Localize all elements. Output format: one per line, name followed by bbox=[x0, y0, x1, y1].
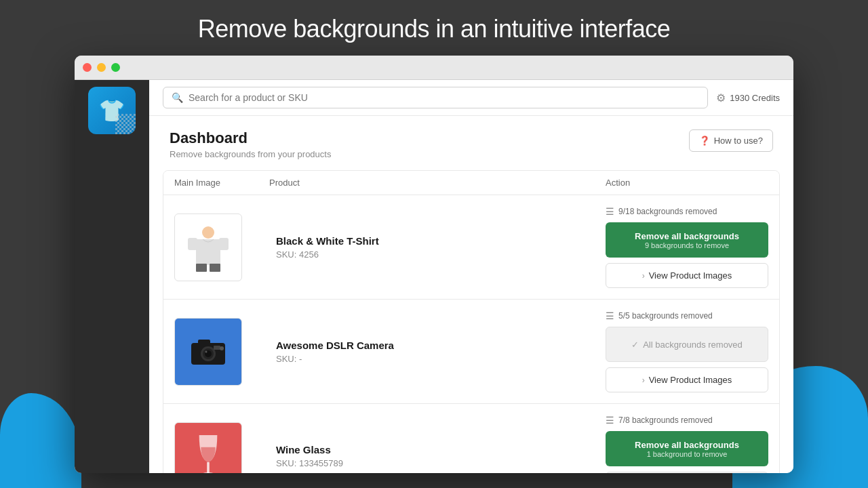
remove-bg-main-text: Remove all backgrounds bbox=[635, 231, 739, 241]
product-info-wineglass: Wine Glass SKU: 133455789 bbox=[269, 444, 606, 468]
view-images-label: View Product Images bbox=[649, 270, 732, 281]
bg-count-label: 9/18 backgrounds removed bbox=[618, 207, 717, 216]
svg-point-11 bbox=[205, 350, 208, 352]
action-column-camera: ☰ 5/5 backgrounds removed ✓ All backgrou… bbox=[606, 310, 768, 392]
svg-rect-5 bbox=[210, 264, 220, 272]
dashboard-title-block: Dashboard Remove backgrounds from your p… bbox=[170, 129, 331, 159]
checkerboard-overlay bbox=[115, 114, 136, 134]
view-images-label: View Product Images bbox=[649, 375, 732, 385]
svg-point-3 bbox=[202, 226, 214, 239]
product-name: Awesome DSLR Camera bbox=[276, 340, 606, 351]
product-table: Main Image Product Action bbox=[163, 170, 780, 473]
svg-point-15 bbox=[201, 472, 215, 474]
minimize-button[interactable] bbox=[97, 63, 106, 72]
view-images-button[interactable]: › View Product Images bbox=[606, 263, 768, 288]
col-main-image: Main Image bbox=[174, 178, 269, 188]
product-info-tshirt: Black & White T-Shirt SKU: 4256 bbox=[269, 235, 606, 260]
product-image-tshirt bbox=[174, 214, 242, 281]
credits-label: 1930 Credits bbox=[730, 93, 780, 103]
page-title: Remove backgrounds in an intuitive inter… bbox=[198, 15, 670, 43]
wineglass-svg bbox=[191, 429, 225, 474]
svg-rect-4 bbox=[196, 264, 207, 272]
svg-point-13 bbox=[220, 346, 224, 350]
remove-bg-main-text: Remove all backgrounds bbox=[635, 440, 739, 450]
col-product: Product bbox=[269, 178, 606, 188]
bg-count: ☰ 5/5 backgrounds removed bbox=[606, 310, 768, 321]
table-row: Black & White T-Shirt SKU: 4256 ☰ 9/18 b… bbox=[163, 195, 779, 300]
product-name: Wine Glass bbox=[276, 444, 606, 455]
credits-badge: ⚙ 1930 Credits bbox=[716, 92, 780, 104]
maximize-button[interactable] bbox=[111, 63, 120, 72]
svg-rect-14 bbox=[207, 462, 210, 473]
view-images-button[interactable]: › View Product Images bbox=[606, 367, 768, 392]
bg-count-label: 5/5 backgrounds removed bbox=[618, 311, 713, 321]
sidebar: 👕 bbox=[75, 80, 149, 473]
remove-bg-sub-text: 9 backgrounds to remove bbox=[645, 241, 729, 249]
table-row: Wine Glass SKU: 133455789 ☰ 7/8 backgrou… bbox=[163, 404, 779, 473]
svg-rect-1 bbox=[188, 238, 197, 250]
main-content: 🔍 ⚙ 1930 Credits Dashboard Remove backgr… bbox=[149, 80, 793, 473]
remove-bg-button[interactable]: Remove all backgrounds 9 backgrounds to … bbox=[606, 222, 768, 258]
top-bar: 🔍 ⚙ 1930 Credits bbox=[149, 80, 793, 116]
close-button[interactable] bbox=[83, 63, 92, 72]
mac-window: 👕 🔍 ⚙ 1930 Credits bbox=[75, 56, 793, 473]
list-icon: ☰ bbox=[606, 206, 614, 217]
camera-svg bbox=[188, 335, 229, 369]
app-logo: 👕 bbox=[88, 87, 136, 134]
svg-rect-12 bbox=[214, 346, 220, 350]
dashboard-subtitle: Remove backgrounds from your products bbox=[170, 149, 331, 159]
action-column-tshirt: ☰ 9/18 backgrounds removed Remove all ba… bbox=[606, 206, 768, 288]
col-action: Action bbox=[606, 178, 768, 188]
product-sku: SKU: 4256 bbox=[276, 249, 606, 260]
product-name: Black & White T-Shirt bbox=[276, 235, 606, 247]
action-column-wineglass: ☰ 7/8 backgrounds removed Remove all bac… bbox=[606, 415, 768, 473]
tshirt-svg bbox=[181, 220, 235, 274]
all-removed-label: All backgrounds removed bbox=[643, 340, 743, 350]
product-image-wineglass bbox=[174, 422, 242, 474]
view-images-button[interactable]: › View Product Images bbox=[606, 472, 768, 473]
search-input[interactable] bbox=[189, 92, 699, 103]
list-icon: ☰ bbox=[606, 415, 614, 426]
wineglass-bg bbox=[175, 422, 241, 474]
search-box[interactable]: 🔍 bbox=[163, 87, 708, 108]
how-to-button[interactable]: ❓ How to use? bbox=[689, 129, 773, 152]
product-image-camera bbox=[174, 318, 242, 386]
table-row: Awesome DSLR Camera SKU: - ☰ 5/5 backgro… bbox=[163, 300, 779, 404]
search-icon: 🔍 bbox=[172, 92, 183, 103]
svg-rect-2 bbox=[219, 238, 229, 250]
bg-count-label: 7/8 backgrounds removed bbox=[618, 415, 713, 425]
svg-rect-7 bbox=[198, 340, 210, 345]
svg-rect-0 bbox=[196, 239, 220, 265]
help-icon: ❓ bbox=[699, 136, 710, 146]
how-to-label: How to use? bbox=[714, 136, 763, 146]
camera-bg bbox=[175, 318, 241, 386]
credits-icon: ⚙ bbox=[716, 92, 726, 104]
remove-bg-sub-text: 1 background to remove bbox=[647, 450, 728, 458]
dashboard-header: Dashboard Remove backgrounds from your p… bbox=[149, 116, 793, 170]
product-sku: SKU: 133455789 bbox=[276, 458, 606, 468]
bg-count: ☰ 7/8 backgrounds removed bbox=[606, 415, 768, 426]
list-icon: ☰ bbox=[606, 310, 614, 321]
all-removed-button: ✓ All backgrounds removed bbox=[606, 327, 768, 362]
remove-bg-button[interactable]: Remove all backgrounds 1 background to r… bbox=[606, 431, 768, 466]
bg-count: ☰ 9/18 backgrounds removed bbox=[606, 206, 768, 217]
dashboard-title: Dashboard bbox=[170, 129, 331, 147]
mac-titlebar bbox=[75, 56, 793, 80]
table-header: Main Image Product Action bbox=[163, 171, 779, 195]
product-info-camera: Awesome DSLR Camera SKU: - bbox=[269, 340, 606, 364]
page-wrapper: Remove backgrounds in an intuitive inter… bbox=[0, 15, 868, 473]
app-container: 👕 🔍 ⚙ 1930 Credits bbox=[75, 80, 793, 473]
chevron-right-icon: › bbox=[642, 271, 645, 281]
check-icon: ✓ bbox=[631, 340, 639, 350]
chevron-right-icon: › bbox=[642, 375, 645, 385]
product-sku: SKU: - bbox=[276, 354, 606, 364]
